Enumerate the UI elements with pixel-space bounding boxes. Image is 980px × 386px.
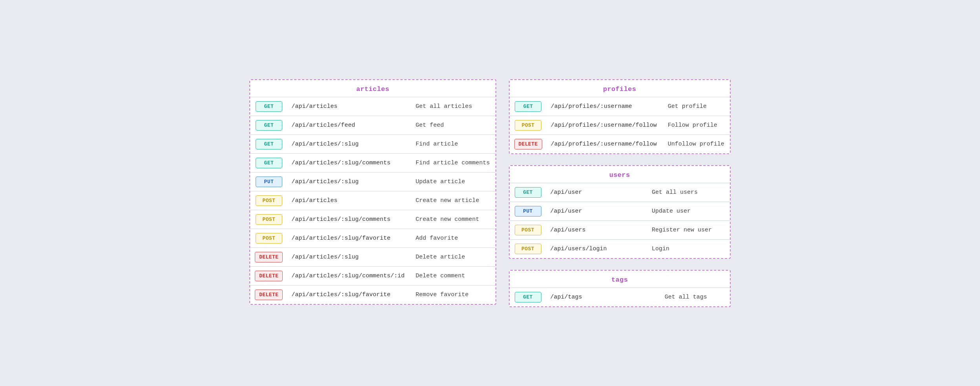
method-badge: DELETE bbox=[255, 290, 283, 300]
method-badge: DELETE bbox=[255, 271, 283, 281]
method-badge: POST bbox=[256, 195, 282, 206]
description-cell: Add favorite bbox=[410, 229, 495, 248]
path-cell: /api/profiles/:username bbox=[545, 97, 662, 116]
right-column: profiles GET /api/profiles/:username Get… bbox=[509, 79, 731, 307]
method-cell: POST bbox=[250, 191, 286, 210]
method-badge: POST bbox=[515, 225, 541, 235]
path-cell: /api/articles/:slug/favorite bbox=[286, 285, 410, 304]
articles-panel: articles GET /api/articles Get all artic… bbox=[249, 79, 496, 305]
description-cell: Follow profile bbox=[662, 116, 730, 135]
method-badge: GET bbox=[515, 292, 541, 302]
method-badge: GET bbox=[515, 101, 541, 112]
table-row: POST /api/users/login Login bbox=[510, 239, 730, 258]
path-cell: /api/user bbox=[545, 183, 647, 202]
path-cell: /api/profiles/:username/follow bbox=[545, 116, 662, 135]
method-badge: POST bbox=[256, 233, 282, 244]
description-cell: Create new comment bbox=[410, 210, 495, 229]
path-cell: /api/articles/:slug bbox=[286, 172, 410, 191]
path-cell: /api/articles/:slug bbox=[286, 248, 410, 266]
method-badge: GET bbox=[515, 187, 541, 198]
tags-table: GET /api/tags Get all tags bbox=[510, 288, 730, 306]
table-row: POST /api/articles/:slug/favorite Add fa… bbox=[250, 229, 495, 248]
path-cell: /api/articles bbox=[286, 97, 410, 116]
users-panel: users GET /api/user Get all users PUT /a… bbox=[509, 165, 731, 259]
description-cell: Register new user bbox=[646, 220, 730, 239]
description-cell: Remove favorite bbox=[410, 285, 495, 304]
method-cell: GET bbox=[250, 153, 286, 172]
table-row: DELETE /api/articles/:slug Delete articl… bbox=[250, 248, 495, 266]
method-cell: POST bbox=[250, 210, 286, 229]
method-cell: GET bbox=[510, 97, 545, 116]
description-cell: Find article comments bbox=[410, 153, 495, 172]
description-cell: Update user bbox=[646, 202, 730, 220]
description-cell: Get all articles bbox=[410, 97, 495, 116]
table-row: POST /api/articles Create new article bbox=[250, 191, 495, 210]
method-cell: DELETE bbox=[510, 135, 545, 153]
path-cell: /api/articles/:slug/comments bbox=[286, 210, 410, 229]
articles-table: GET /api/articles Get all articles GET /… bbox=[250, 97, 495, 304]
method-cell: GET bbox=[510, 288, 545, 306]
method-cell: PUT bbox=[510, 202, 545, 220]
path-cell: /api/user bbox=[545, 202, 647, 220]
profiles-title: profiles bbox=[510, 80, 730, 97]
path-cell: /api/articles/:slug bbox=[286, 135, 410, 153]
method-badge: DELETE bbox=[514, 139, 542, 149]
table-row: PUT /api/user Update user bbox=[510, 202, 730, 220]
table-row: PUT /api/articles/:slug Update article bbox=[250, 172, 495, 191]
description-cell: Login bbox=[646, 239, 730, 258]
table-row: GET /api/user Get all users bbox=[510, 183, 730, 202]
path-cell: /api/articles/:slug/comments/:id bbox=[286, 266, 410, 285]
description-cell: Delete article bbox=[410, 248, 495, 266]
path-cell: /api/articles bbox=[286, 191, 410, 210]
method-cell: GET bbox=[250, 97, 286, 116]
path-cell: /api/tags bbox=[545, 288, 659, 306]
table-row: GET /api/articles Get all articles bbox=[250, 97, 495, 116]
path-cell: /api/articles/feed bbox=[286, 116, 410, 135]
description-cell: Get all users bbox=[646, 183, 730, 202]
method-badge: GET bbox=[256, 101, 282, 112]
path-cell: /api/profiles/:username/follow bbox=[545, 135, 662, 153]
description-cell: Delete comment bbox=[410, 266, 495, 285]
users-title: users bbox=[510, 166, 730, 183]
main-container: articles GET /api/articles Get all artic… bbox=[249, 79, 730, 307]
articles-title: articles bbox=[250, 80, 495, 97]
tags-title: tags bbox=[510, 271, 730, 288]
table-row: POST /api/users Register new user bbox=[510, 220, 730, 239]
tags-panel: tags GET /api/tags Get all tags bbox=[509, 270, 731, 307]
description-cell: Unfollow profile bbox=[662, 135, 730, 153]
table-row: DELETE /api/articles/:slug/favorite Remo… bbox=[250, 285, 495, 304]
description-cell: Create new article bbox=[410, 191, 495, 210]
table-row: GET /api/articles/:slug Find article bbox=[250, 135, 495, 153]
table-row: GET /api/profiles/:username Get profile bbox=[510, 97, 730, 116]
method-cell: GET bbox=[250, 135, 286, 153]
table-row: GET /api/tags Get all tags bbox=[510, 288, 730, 306]
table-row: GET /api/articles/:slug/comments Find ar… bbox=[250, 153, 495, 172]
method-cell: POST bbox=[510, 220, 545, 239]
table-row: POST /api/articles/:slug/comments Create… bbox=[250, 210, 495, 229]
table-row: POST /api/profiles/:username/follow Foll… bbox=[510, 116, 730, 135]
method-badge: POST bbox=[515, 120, 541, 131]
method-cell: POST bbox=[510, 239, 545, 258]
description-cell: Get all tags bbox=[659, 288, 730, 306]
table-row: DELETE /api/profiles/:username/follow Un… bbox=[510, 135, 730, 153]
description-cell: Get feed bbox=[410, 116, 495, 135]
method-badge: GET bbox=[256, 139, 282, 149]
description-cell: Update article bbox=[410, 172, 495, 191]
method-badge: GET bbox=[256, 158, 282, 168]
description-cell: Find article bbox=[410, 135, 495, 153]
method-cell: DELETE bbox=[250, 248, 286, 266]
method-cell: GET bbox=[250, 116, 286, 135]
table-row: DELETE /api/articles/:slug/comments/:id … bbox=[250, 266, 495, 285]
path-cell: /api/articles/:slug/favorite bbox=[286, 229, 410, 248]
path-cell: /api/articles/:slug/comments bbox=[286, 153, 410, 172]
profiles-panel: profiles GET /api/profiles/:username Get… bbox=[509, 79, 731, 154]
method-badge: GET bbox=[256, 120, 282, 131]
method-cell: POST bbox=[250, 229, 286, 248]
method-cell: PUT bbox=[250, 172, 286, 191]
table-row: GET /api/articles/feed Get feed bbox=[250, 116, 495, 135]
method-badge: DELETE bbox=[255, 252, 283, 262]
method-cell: GET bbox=[510, 183, 545, 202]
path-cell: /api/users bbox=[545, 220, 647, 239]
method-badge: POST bbox=[515, 244, 541, 254]
users-table: GET /api/user Get all users PUT /api/use… bbox=[510, 183, 730, 258]
